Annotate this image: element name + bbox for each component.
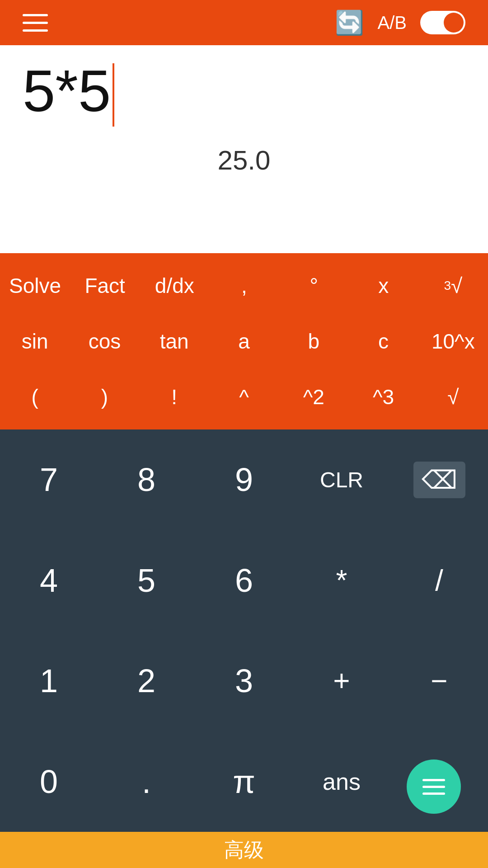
one-key[interactable]: 1 bbox=[0, 631, 98, 731]
seven-key[interactable]: 7 bbox=[0, 429, 98, 530]
divide-key[interactable]: / bbox=[390, 530, 488, 631]
ab-toggle[interactable] bbox=[420, 11, 465, 34]
tan-key[interactable]: tan bbox=[140, 325, 209, 358]
four-key[interactable]: 4 bbox=[0, 530, 98, 631]
history-icon[interactable]: 🔄 bbox=[335, 9, 364, 37]
ten-power-key[interactable]: 10^x bbox=[418, 325, 488, 358]
power-key[interactable]: ^ bbox=[209, 380, 279, 414]
sqrt-key[interactable]: √ bbox=[418, 380, 488, 414]
top-right-controls: 🔄 A/B bbox=[335, 9, 465, 37]
sci-row-3: ( ) ! ^ ^2 ^3 √ bbox=[0, 369, 488, 425]
eight-key[interactable]: 8 bbox=[98, 429, 195, 530]
cos-key[interactable]: cos bbox=[70, 325, 139, 358]
cube-key[interactable]: ^3 bbox=[348, 380, 418, 414]
expression-row: 5*5 bbox=[23, 59, 465, 131]
two-key[interactable]: 2 bbox=[98, 631, 195, 731]
scientific-keyboard: Solve Fact d/dx , ° x 3√ sin cos tan a b… bbox=[0, 253, 488, 429]
sci-row-2: sin cos tan a b c 10^x bbox=[0, 313, 488, 369]
backspace-key[interactable]: ⌫ bbox=[390, 429, 488, 530]
num-row-3: 1 2 3 + − bbox=[0, 631, 488, 731]
cursor bbox=[113, 63, 114, 127]
open-paren-key[interactable]: ( bbox=[0, 380, 70, 414]
bottom-bar[interactable]: 高级 bbox=[0, 832, 488, 868]
ab-label: A/B bbox=[378, 13, 407, 33]
advanced-label: 高级 bbox=[224, 837, 264, 863]
backspace-icon: ⌫ bbox=[413, 462, 465, 498]
cube-root-key[interactable]: 3√ bbox=[418, 269, 488, 302]
factorial-key[interactable]: ! bbox=[140, 380, 209, 414]
five-key[interactable]: 5 bbox=[98, 530, 195, 631]
top-bar: 🔄 A/B bbox=[0, 0, 488, 45]
multiply-key[interactable]: * bbox=[293, 530, 390, 631]
plus-key[interactable]: + bbox=[293, 631, 390, 731]
zero-key[interactable]: 0 bbox=[0, 731, 98, 832]
fab-menu-icon bbox=[422, 779, 445, 795]
clear-key[interactable]: CLR bbox=[293, 429, 390, 530]
c-var-key[interactable]: c bbox=[348, 325, 418, 358]
degree-key[interactable]: ° bbox=[279, 269, 349, 302]
minus-key[interactable]: − bbox=[390, 631, 488, 731]
ans-key[interactable]: ans bbox=[293, 731, 390, 832]
square-key[interactable]: ^2 bbox=[279, 380, 348, 414]
solve-key[interactable]: Solve bbox=[0, 269, 70, 302]
three-key[interactable]: 3 bbox=[195, 631, 293, 731]
num-row-1: 7 8 9 CLR ⌫ bbox=[0, 429, 488, 530]
result-text: 25.0 bbox=[23, 145, 465, 176]
sci-row-1: Solve Fact d/dx , ° x 3√ bbox=[0, 258, 488, 313]
expression-text[interactable]: 5*5 bbox=[23, 59, 111, 123]
num-row-2: 4 5 6 * / bbox=[0, 530, 488, 631]
nine-key[interactable]: 9 bbox=[195, 429, 293, 530]
x-var-key[interactable]: x bbox=[349, 269, 418, 302]
display-area: 5*5 25.0 bbox=[0, 45, 488, 253]
b-var-key[interactable]: b bbox=[279, 325, 348, 358]
fact-key[interactable]: Fact bbox=[70, 269, 140, 302]
ddx-key[interactable]: d/dx bbox=[140, 269, 209, 302]
a-var-key[interactable]: a bbox=[209, 325, 279, 358]
hamburger-icon[interactable] bbox=[23, 14, 48, 32]
comma-key[interactable]: , bbox=[209, 269, 279, 302]
decimal-key[interactable]: . bbox=[98, 731, 195, 832]
six-key[interactable]: 6 bbox=[195, 530, 293, 631]
close-paren-key[interactable]: ) bbox=[70, 380, 139, 414]
sin-key[interactable]: sin bbox=[0, 325, 70, 358]
pi-key[interactable]: π bbox=[195, 731, 293, 832]
fab-button[interactable] bbox=[407, 760, 461, 814]
